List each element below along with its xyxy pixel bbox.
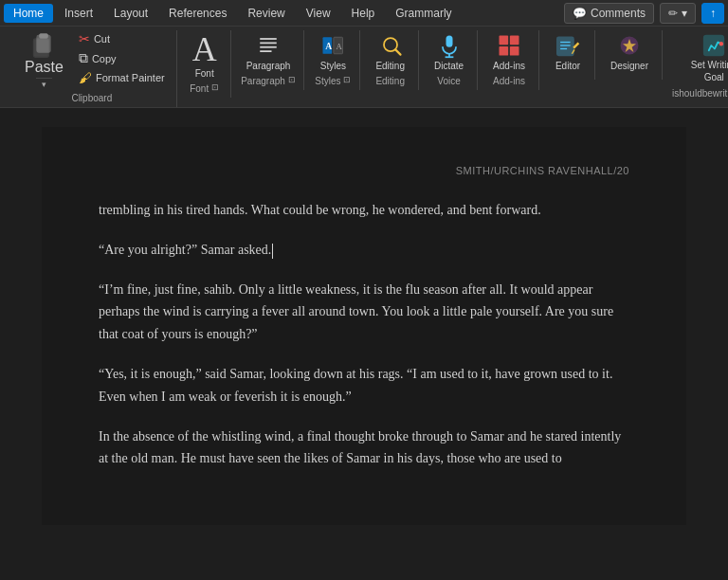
clipboard-group-label: Clipboard [71, 93, 112, 103]
addins-label: Add-ins [493, 61, 525, 71]
menu-item-layout[interactable]: Layout [104, 4, 157, 23]
styles-label: Styles [320, 61, 346, 71]
edit-chevron-icon: ▾ [682, 7, 687, 20]
menu-item-grammarly[interactable]: Grammarly [386, 4, 461, 23]
paragraph-2-text: “Are you alright?” Samar asked. [99, 243, 271, 257]
font-icon: A [192, 32, 217, 66]
ribbon-group-writing-goal: Set WritingGoal ishouldbewriting.net [664, 30, 728, 102]
paragraph-3[interactable]: “I’m fine, just fine, sahib. Only a litt… [99, 279, 629, 346]
ribbon: Paste ▾ ✂ Cut ⧉ Copy 🖌 Format Painte [0, 27, 728, 108]
menu-item-insert[interactable]: Insert [55, 4, 102, 23]
format-painter-button[interactable]: 🖌 Format Painter [75, 69, 169, 86]
svg-line-12 [395, 49, 400, 54]
editor-icon [555, 32, 581, 59]
svg-rect-17 [510, 36, 519, 45]
cut-label: Cut [94, 33, 110, 45]
addins-group-label: Add-ins [493, 76, 525, 86]
copy-button[interactable]: ⧉ Copy [75, 49, 169, 67]
paste-icon [30, 32, 57, 59]
svg-rect-19 [510, 46, 519, 56]
paste-dropdown[interactable]: ▾ [36, 78, 52, 90]
addins-button[interactable]: Add-ins [487, 30, 531, 73]
ribbon-group-paragraph: Paragraph Paragraph ⊡ [233, 30, 305, 90]
paste-chevron-icon: ▾ [42, 80, 46, 89]
paragraph-group-label: Paragraph [241, 76, 285, 86]
styles-group-label: Styles [315, 76, 340, 86]
cut-button[interactable]: ✂ Cut [75, 30, 169, 47]
menu-item-review[interactable]: Review [238, 4, 294, 23]
paragraph-1[interactable]: trembling in his tired hands. What could… [99, 199, 629, 222]
edit-mode-button[interactable]: ✏ ▾ [660, 3, 696, 24]
paragraph-button[interactable]: Paragraph [241, 30, 297, 73]
font-expand-icon[interactable]: ⊡ [211, 82, 219, 92]
paragraph-expand-icon[interactable]: ⊡ [288, 75, 296, 84]
editing-items: Editing [370, 30, 410, 73]
designer-button[interactable]: Designer [605, 30, 654, 73]
edit-icon: ✏ [668, 7, 678, 20]
editing-group-label: Editing [375, 76, 405, 86]
font-label: Font [195, 68, 214, 79]
format-painter-icon: 🖌 [79, 70, 92, 85]
set-writing-goal-button[interactable]: Set WritingGoal [681, 30, 728, 85]
styles-expand-icon[interactable]: ⊡ [343, 75, 351, 84]
paragraph-2[interactable]: “Are you alright?” Samar asked. [99, 239, 629, 262]
ribbon-group-editing: Editing Editing [362, 30, 419, 90]
dictate-button[interactable]: Dictate [428, 30, 469, 73]
editing-icon [377, 32, 404, 59]
svg-rect-2 [40, 34, 48, 38]
svg-rect-13 [446, 36, 452, 47]
writing-goal-group-label: ishouldbewriting.net [672, 88, 728, 99]
comment-icon: 💬 [573, 7, 587, 20]
text-cursor [272, 244, 273, 259]
svg-rect-16 [500, 36, 509, 45]
paste-label: Paste [25, 59, 64, 76]
clipboard-items: Paste ▾ ✂ Cut ⧉ Copy 🖌 Format Painte [15, 30, 169, 90]
comments-button[interactable]: 💬 Comments [564, 3, 654, 24]
addins-icon [496, 32, 522, 59]
ribbon-group-font: A Font Font ⊡ [179, 30, 231, 98]
voice-group-label: Voice [437, 76, 460, 86]
editor-button[interactable]: Editor [549, 30, 587, 73]
voice-items: Dictate [428, 30, 469, 73]
comments-label: Comments [591, 7, 646, 20]
ribbon-group-styles: A A Styles Styles ⊡ [306, 30, 360, 90]
paste-button[interactable]: Paste [15, 30, 73, 78]
ribbon-group-addins: Add-ins Add-ins [480, 30, 539, 90]
font-items: A Font [187, 30, 223, 81]
copy-label: Copy [92, 53, 117, 64]
font-button[interactable]: A Font [187, 30, 223, 81]
editing-button[interactable]: Editing [370, 30, 410, 73]
document-page: SMITH/URCHINS RAVENHALL/20 trembling in … [42, 127, 686, 525]
font-group-label: Font [190, 83, 209, 94]
editor-label: Editor [555, 61, 580, 71]
svg-text:A: A [326, 41, 333, 51]
scissors-icon: ✂ [79, 31, 90, 46]
share-icon: ↑ [710, 7, 716, 20]
designer-icon [616, 32, 643, 59]
svg-text:A: A [337, 42, 343, 51]
styles-icon: A A [319, 32, 346, 59]
menu-item-help[interactable]: Help [342, 4, 385, 23]
share-button[interactable]: ↑ [701, 3, 724, 24]
ribbon-group-designer: Designer [597, 30, 663, 80]
svg-point-27 [719, 42, 723, 45]
svg-rect-20 [557, 37, 574, 55]
paste-area: Paste ▾ [15, 30, 73, 90]
addins-items: Add-ins [487, 30, 531, 73]
menu-item-references[interactable]: References [159, 4, 236, 23]
dictate-icon [436, 32, 463, 59]
editor-items: Editor [549, 30, 587, 73]
dictate-label: Dictate [434, 61, 464, 71]
paragraph-4[interactable]: “Yes, it is enough,” said Samar, looking… [99, 363, 629, 408]
styles-button[interactable]: A A Styles [314, 30, 352, 73]
writing-goal-icon [701, 32, 727, 59]
menu-item-view[interactable]: View [297, 4, 340, 23]
svg-rect-18 [500, 46, 509, 56]
document-area: SMITH/URCHINS RAVENHALL/20 trembling in … [0, 108, 728, 580]
page-header: SMITH/URCHINS RAVENHALL/20 [99, 165, 629, 176]
writing-goal-label: Set WritingGoal [691, 59, 728, 83]
paragraph-5[interactable]: In the absence of the whistling wind, a … [99, 426, 629, 471]
paragraph-items: Paragraph [241, 30, 297, 73]
menu-item-home[interactable]: Home [4, 4, 53, 23]
editing-label: Editing [375, 61, 405, 71]
